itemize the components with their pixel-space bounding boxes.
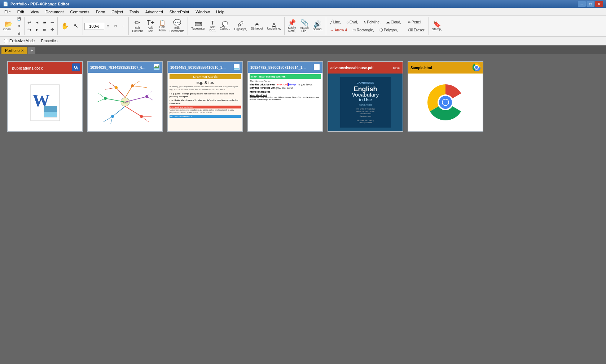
back-button[interactable]: ◀ xyxy=(34,19,41,26)
rectangle-tool[interactable]: ▭ Rectangle, xyxy=(350,27,377,34)
menu-tools[interactable]: Tools xyxy=(127,9,142,15)
edit-comments-button[interactable]: 💬 EditComments xyxy=(168,18,186,35)
menu-advanced[interactable]: Advanced xyxy=(142,9,166,15)
zoom-width-button[interactable]: ↔ xyxy=(120,23,127,30)
zoom-mode-button[interactable]: ⊡ xyxy=(112,23,119,30)
eraser-tool[interactable]: ⌫Eraser xyxy=(405,27,427,34)
properties-label: Properties... xyxy=(41,39,61,43)
polygon-tool[interactable]: ⬡ Polygon, xyxy=(377,27,400,34)
add-text-button[interactable]: T+ AddText xyxy=(145,18,157,35)
title-bar: 📄 Portfolio - PDF-XChange Editor ─ □ ✕ xyxy=(0,0,606,8)
minimize-button[interactable]: ─ xyxy=(578,1,586,7)
menu-edit[interactable]: Edit xyxy=(14,9,27,15)
more-examples-header: More examples xyxy=(250,90,321,93)
file-card-sample-html[interactable]: Sample.html xyxy=(408,61,483,132)
file-card-publications[interactable]: _publications.docx W W xyxy=(7,61,83,132)
zoom-input[interactable] xyxy=(84,23,104,30)
svg-point-50 xyxy=(475,66,478,69)
new-tab-button[interactable]: + xyxy=(28,47,35,54)
svg-text:PDF: PDF xyxy=(393,66,400,70)
view-tools-group: ✋ ↖ xyxy=(59,17,83,35)
exclusive-mode-toggle[interactable]: Exclusive Mode xyxy=(2,38,36,44)
menu-bar: File Edit View Document Comments Form Ob… xyxy=(0,8,606,16)
file-card-grammar[interactable]: 10414453_803059856410810_3... Grammar Ca… xyxy=(167,61,243,132)
menu-form[interactable]: Form xyxy=(93,9,108,15)
undo-button[interactable]: ↩ xyxy=(26,19,33,26)
nav-group: ↩ ↪ ◀ ▶ ⏮ ⏭ ➖ ➕ xyxy=(26,17,58,35)
app-icon: 📄 xyxy=(3,1,8,6)
menu-document[interactable]: Document xyxy=(43,9,66,15)
svg-text:W: W xyxy=(74,65,79,71)
attach-file-button[interactable]: 📎 AttachFile, xyxy=(298,18,311,35)
image-badge-2 xyxy=(233,63,240,71)
exclusive-mode-checkbox[interactable] xyxy=(4,39,8,43)
stamp-button[interactable]: 🔖 Stamp, xyxy=(430,18,444,35)
vocab-title: English xyxy=(354,86,377,92)
grammar-highlight-2: i.e. used in a sentence xyxy=(170,115,241,118)
cloud-tool[interactable]: ☁ Cloud, xyxy=(383,19,404,26)
menu-window[interactable]: Window xyxy=(193,9,212,15)
cambridge-label: CAMBRIDGE xyxy=(357,81,374,84)
arrow-tool[interactable]: → Arrow 4 xyxy=(328,27,350,34)
menu-view[interactable]: View xyxy=(28,9,42,15)
filename-vocab: advancedvocabinuse.pdf xyxy=(330,66,373,70)
fwd-button[interactable]: ▶ xyxy=(34,26,41,34)
strikeout-button[interactable]: A Strikeout xyxy=(249,18,265,35)
menu-sharepoint[interactable]: SharePoint xyxy=(167,9,192,15)
image-badge-3 xyxy=(313,63,320,71)
select-tool-button[interactable]: ↖ xyxy=(71,18,81,35)
maximize-button[interactable]: □ xyxy=(587,1,594,7)
menu-comments[interactable]: Comments xyxy=(67,9,92,15)
callout-button[interactable]: 💭 Callout, xyxy=(218,18,232,35)
filename-mindmap: 10384028_781441935281107_6... xyxy=(90,66,145,70)
toolbars: 📂 Open... 💾 ✉ 🖨 ↩ ↪ ◀ ▶ xyxy=(0,16,606,45)
text-box-button[interactable]: T TextBox, xyxy=(207,18,218,35)
card-body-may: May - Expressing Wishes The Human Game M… xyxy=(248,73,322,131)
print-button[interactable]: 🖨 xyxy=(16,30,23,37)
line-tool[interactable]: ╱ Line, xyxy=(328,19,344,26)
svg-rect-41 xyxy=(314,64,320,70)
highlight-button[interactable]: 🖊 Highlight, xyxy=(232,18,249,35)
svg-rect-8 xyxy=(154,68,159,70)
menu-help[interactable]: Help xyxy=(213,9,227,15)
menu-object[interactable]: Object xyxy=(109,9,126,15)
polyline-tool[interactable]: ∧ Polyline, xyxy=(361,19,383,26)
pencil-tool[interactable]: ✏Pencil, xyxy=(405,19,427,26)
sound-button[interactable]: 🔊 Sound, xyxy=(311,18,324,35)
edit-tools-group: ✏ EditContent T+ AddText 📋 EditForm 💬 Ed… xyxy=(130,17,188,35)
card-body-publications: W xyxy=(8,74,82,131)
oval-tool[interactable]: ○ Oval, xyxy=(344,19,360,26)
menu-file[interactable]: File xyxy=(1,9,14,15)
hand-tool-button[interactable]: ✋ xyxy=(59,18,71,35)
zoom-out-button[interactable]: ➖ xyxy=(49,19,56,26)
sticky-note-button[interactable]: 📌 StickyNote, xyxy=(286,18,298,35)
card-header-may: 10924792_896001807116614_1... xyxy=(248,62,322,73)
last-page-button[interactable]: ⏭ xyxy=(41,26,48,34)
portfolio-tab[interactable]: Portfolio ✕ xyxy=(1,47,27,54)
typewriter-button[interactable]: ⌨ Typewriter xyxy=(189,18,207,35)
open-button[interactable]: 📂 Open... xyxy=(1,18,15,35)
redo-button[interactable]: ↪ xyxy=(26,26,33,34)
file-card-mindmap[interactable]: 10384028_781441935281107_6... mind xyxy=(87,61,163,132)
first-page-button[interactable]: ⏮ xyxy=(41,19,48,26)
zoom-group: ➖ ➕ xyxy=(49,19,56,34)
save-button[interactable]: 💾 xyxy=(16,15,23,23)
edit-form-button[interactable]: 📋 EditForm xyxy=(157,18,167,35)
card-header-grammar: 10414453_803059856410810_3... xyxy=(168,62,242,73)
zoom-in-button[interactable]: ➕ xyxy=(49,26,56,34)
filename-sample-html: Sample.html xyxy=(410,66,432,70)
tab-close-button[interactable]: ✕ xyxy=(21,49,24,53)
zoom-fit-button[interactable]: ⊞ xyxy=(105,23,112,30)
card-header-vocab: advancedvocabinuse.pdf PDF xyxy=(328,62,403,74)
file-card-may[interactable]: 10924792_896001807116614_1... May - Expr… xyxy=(247,61,323,132)
email-button[interactable]: ✉ xyxy=(16,23,23,30)
edit-content-button[interactable]: ✏ EditContent xyxy=(130,18,145,35)
properties-button[interactable]: Properties... xyxy=(39,38,62,44)
svg-point-32 xyxy=(131,84,134,87)
chrome-badge xyxy=(473,63,480,72)
underline-button[interactable]: A Underline, xyxy=(265,18,283,35)
file-card-vocab[interactable]: advancedvocabinuse.pdf PDF CAMBRIDGE Eng… xyxy=(328,61,403,132)
card-header-publications: _publications.docx W xyxy=(8,62,82,74)
close-button[interactable]: ✕ xyxy=(595,1,603,7)
may-examples-row: May - Modal Verb May is a modal verb tha… xyxy=(250,94,321,101)
